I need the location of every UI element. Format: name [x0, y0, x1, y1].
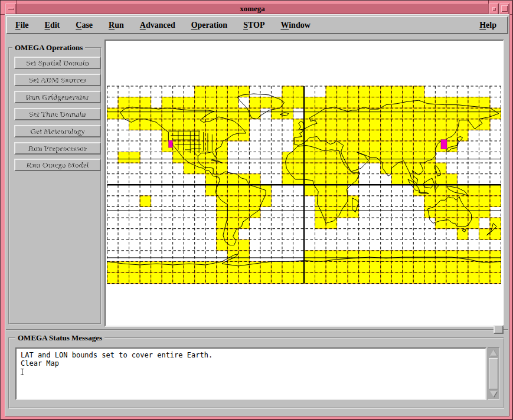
- land-cell: [370, 261, 381, 273]
- run-gridgenerator-button[interactable]: Run Gridgenerator: [14, 91, 101, 103]
- status-message-line: Clear Map: [21, 359, 485, 368]
- land-cell: [118, 152, 129, 163]
- land-cell: [424, 163, 436, 174]
- land-cell: [435, 174, 446, 185]
- land-cell: [217, 97, 228, 109]
- pane-sash[interactable]: [494, 325, 504, 334]
- land-cell: [293, 152, 304, 163]
- run-preprocessor-button[interactable]: Run Preprocessor: [14, 142, 101, 155]
- land-cell: [315, 174, 326, 185]
- set-adm-sources-button[interactable]: Set ADM Sources: [14, 74, 101, 86]
- land-cell: [381, 130, 392, 141]
- land-cell: [337, 174, 348, 185]
- button-label: Set Spatial Domain: [26, 58, 89, 67]
- land-cell: [381, 108, 392, 119]
- status-scrollbar[interactable]: [488, 347, 499, 400]
- land-cell: [457, 218, 468, 229]
- set-spatial-domain-button[interactable]: Set Spatial Domain: [14, 57, 101, 69]
- land-cell: [424, 196, 436, 207]
- titlebar[interactable]: xomega: [5, 4, 509, 14]
- land-cell: [282, 163, 293, 174]
- land-cell: [348, 273, 359, 284]
- land-cell: [490, 251, 501, 262]
- land-cell: [468, 108, 479, 119]
- menu-item-edit[interactable]: Edit: [39, 21, 66, 30]
- menu-item-help[interactable]: Help: [473, 21, 502, 30]
- scrollbar-up-button[interactable]: [489, 349, 498, 357]
- menu-item-case[interactable]: Case: [70, 21, 99, 30]
- land-cell: [435, 185, 446, 196]
- scrollbar-thumb[interactable]: [489, 358, 498, 389]
- land-cell: [107, 273, 119, 284]
- land-cell: [490, 218, 501, 229]
- land-cell: [370, 97, 381, 109]
- land-cell: [348, 130, 359, 141]
- land-cell: [381, 261, 392, 273]
- get-meteorology-button[interactable]: Get Meteorology: [14, 125, 101, 137]
- land-cell: [359, 97, 370, 109]
- land-cell: [446, 273, 458, 284]
- land-cell: [238, 174, 250, 185]
- land-cell: [129, 273, 140, 284]
- land-cell: [205, 86, 217, 97]
- land-cell: [413, 273, 424, 284]
- map-canvas[interactable]: [104, 40, 504, 327]
- marker-source-west-us[interactable]: [169, 140, 173, 147]
- operations-panel: OMEGA Operations Set Spatial DomainSet A…: [8, 47, 102, 324]
- land-cell: [446, 97, 458, 109]
- button-label: Get Meteorology: [30, 127, 85, 136]
- land-cell: [315, 273, 326, 284]
- land-cell: [217, 174, 228, 185]
- status-text-area[interactable]: LAT and LON bounds set to cover entire E…: [15, 347, 486, 400]
- land-cell: [370, 273, 381, 284]
- land-cell: [227, 273, 238, 284]
- land-cell: [435, 273, 446, 284]
- land-cell: [381, 119, 392, 130]
- scrollbar-down-button[interactable]: [489, 390, 498, 399]
- menu-item-window[interactable]: Window: [275, 21, 316, 30]
- window-menu-button[interactable]: [5, 4, 17, 14]
- land-cell: [315, 119, 326, 130]
- land-cell: [184, 273, 195, 284]
- land-cell: [315, 196, 326, 207]
- menu-item-file[interactable]: File: [9, 21, 35, 30]
- set-time-domain-button[interactable]: Set Time Domain: [14, 108, 101, 120]
- land-cell: [205, 108, 217, 119]
- land-cell: [403, 141, 414, 152]
- land-cell: [293, 261, 304, 273]
- land-cell: [140, 119, 151, 130]
- land-cell: [479, 97, 490, 109]
- land-cell: [326, 174, 337, 185]
- run-omega-model-button[interactable]: Run Omega Model: [14, 159, 101, 171]
- menu-item-stop[interactable]: STOP: [237, 21, 270, 30]
- world-map: [106, 41, 503, 326]
- land-cell: [348, 251, 359, 262]
- menu-item-advanced[interactable]: Advanced: [134, 21, 181, 30]
- land-cell: [348, 196, 359, 207]
- land-cell: [217, 261, 228, 273]
- land-cell: [337, 163, 348, 174]
- menu-item-operation[interactable]: Operation: [185, 21, 233, 30]
- marker-source-korea[interactable]: [441, 140, 447, 149]
- land-cell: [227, 218, 238, 229]
- land-cell: [457, 97, 468, 109]
- land-cell: [370, 141, 381, 152]
- land-cell: [435, 196, 446, 207]
- land-cell: [446, 251, 458, 262]
- minimize-button[interactable]: [488, 4, 499, 14]
- maximize-button[interactable]: [499, 4, 509, 14]
- land-cell: [205, 273, 217, 284]
- land-cell: [391, 152, 403, 163]
- land-cell: [490, 196, 501, 207]
- menu-item-run[interactable]: Run: [103, 21, 130, 30]
- land-cell: [238, 251, 250, 262]
- land-cell: [195, 273, 206, 284]
- land-cell: [446, 218, 458, 229]
- land-cell: [435, 130, 446, 141]
- app-window: xomega FileEditCaseRunAdvancedOperationS…: [0, 0, 513, 420]
- land-cell: [424, 261, 436, 273]
- land-cell: [457, 251, 468, 262]
- land-cell: [359, 86, 370, 97]
- land-cell: [304, 273, 315, 284]
- land-cell: [359, 261, 370, 273]
